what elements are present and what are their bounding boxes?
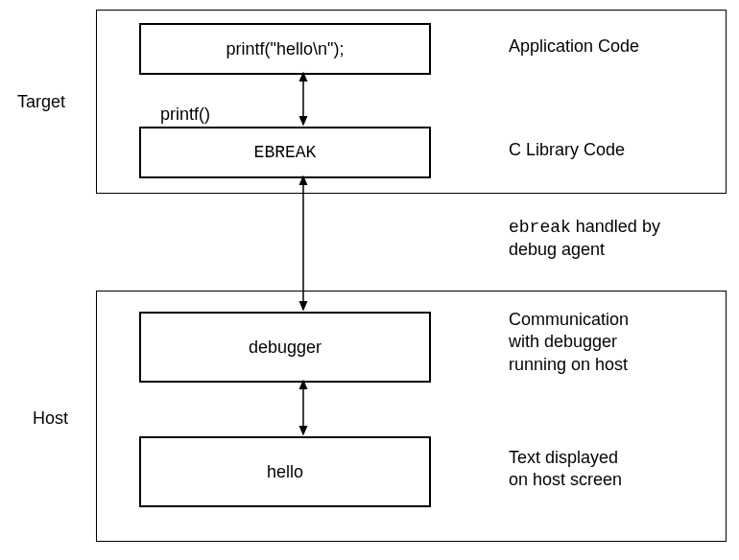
host-label: Host (33, 408, 68, 430)
application-code-box: printf("hello\n"); (139, 23, 431, 75)
debugger-text: debugger (249, 338, 322, 358)
hello-desc: Text displayed on host screen (509, 447, 622, 492)
ebreak-text: EBREAK (254, 143, 317, 162)
application-code-desc: Application Code (509, 35, 639, 58)
ebreak-handled-post: handled by (571, 217, 660, 236)
debugger-desc: Communication with debugger running on h… (509, 309, 629, 376)
hello-box: hello (139, 436, 431, 507)
debugger-box: debugger (139, 312, 431, 383)
application-code-text: printf("hello\n"); (226, 39, 345, 59)
printf-function-label: printf() (160, 104, 210, 126)
target-label: Target (17, 91, 65, 113)
diagram-stage: Target Host printf("hello\n"); Applicati… (0, 0, 739, 560)
ebreak-mono: ebreak (509, 218, 571, 237)
ebreak-handled-line2: debug agent (509, 240, 605, 259)
c-library-desc: C Library Code (509, 139, 625, 161)
ebreak-box: EBREAK (139, 127, 431, 178)
hello-text: hello (267, 462, 303, 482)
ebreak-handled-desc: ebreak handled by debug agent (509, 216, 660, 262)
